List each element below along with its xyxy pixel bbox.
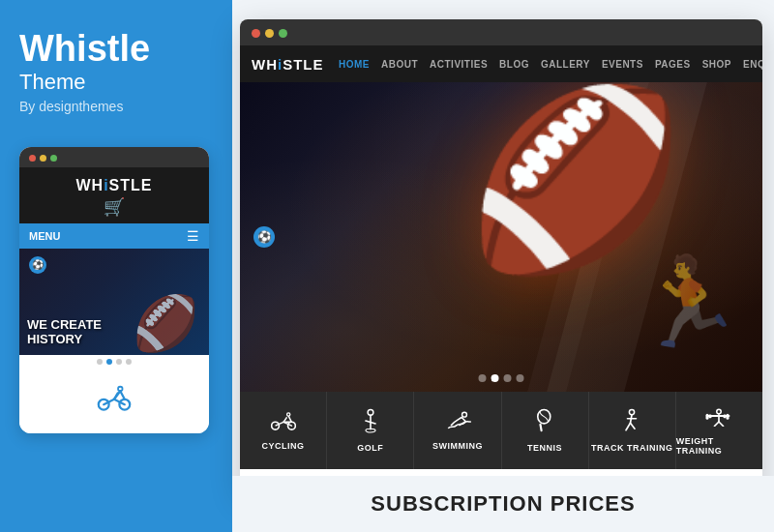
sport-weight[interactable]: WEIGHT TRAINING bbox=[676, 392, 762, 469]
swimming-label: SWIMMING bbox=[432, 441, 483, 451]
nav-home[interactable]: HOME bbox=[339, 59, 370, 70]
nav-activities[interactable]: ACTIVITIES bbox=[430, 59, 488, 70]
svg-rect-24 bbox=[727, 414, 729, 420]
mobile-cart-icon: 🛒 bbox=[104, 196, 125, 218]
svg-point-17 bbox=[461, 412, 466, 417]
mobile-dot-yellow bbox=[40, 155, 46, 162]
mobile-slide-dots bbox=[19, 359, 209, 365]
nav-blog[interactable]: BLOG bbox=[499, 59, 529, 70]
sport-golf[interactable]: GOLF bbox=[327, 392, 414, 469]
mobile-cycling-icon bbox=[19, 369, 209, 433]
svg-point-20 bbox=[630, 409, 635, 414]
left-panel: Whistle Theme By designthemes WHiSTLE 🛒 … bbox=[0, 0, 232, 532]
theme-subtitle: Theme bbox=[19, 70, 85, 95]
browser-dot-red bbox=[252, 29, 260, 38]
svg-rect-23 bbox=[706, 414, 709, 420]
golf-label: GOLF bbox=[357, 443, 383, 453]
hero-player-main: 🏈 bbox=[467, 92, 685, 266]
sports-categories-bar: CYCLING GOLF SWIMMING bbox=[240, 392, 762, 469]
track-training-label: TRACK TRAINING bbox=[591, 443, 673, 453]
mobile-hero-text: WE CREATEHISTORY bbox=[27, 317, 102, 347]
sport-tennis[interactable]: TENNIS bbox=[502, 392, 589, 469]
slide-dot-4 bbox=[126, 359, 132, 365]
hamburger-icon: ☰ bbox=[187, 228, 199, 244]
mobile-nav: WHiSTLE 🛒 bbox=[19, 167, 209, 223]
mobile-hero: ⚽ 🏈 WE CREATEHISTORY bbox=[19, 249, 209, 355]
cycling-label: CYCLING bbox=[262, 441, 305, 451]
swimming-icon bbox=[444, 410, 471, 437]
svg-point-8 bbox=[271, 422, 279, 429]
nav-about[interactable]: ABOUT bbox=[381, 59, 418, 70]
hero-slide-dots bbox=[479, 374, 524, 382]
browser-window-dots bbox=[252, 29, 287, 38]
mobile-hero-player: 🏈 bbox=[133, 292, 199, 355]
mobile-sport-ball-icon: ⚽ bbox=[29, 256, 46, 274]
nav-pages[interactable]: PAGES bbox=[655, 59, 691, 70]
hero-dot-1 bbox=[479, 374, 487, 382]
browser-mockup: WHiSTLE HOME ABOUT ACTIVITIES BLOG GALLE… bbox=[240, 19, 762, 493]
browser-chrome-bar bbox=[240, 19, 762, 45]
weight-training-label: WEIGHT TRAINING bbox=[676, 436, 762, 456]
svg-point-13 bbox=[368, 409, 373, 415]
mobile-mockup: WHiSTLE 🛒 MENU ☰ ⚽ 🏈 WE CREATEHISTORY bbox=[19, 147, 209, 433]
mobile-top-bar bbox=[19, 147, 209, 167]
theme-author: By designthemes bbox=[19, 99, 123, 114]
cycling-icon bbox=[271, 410, 296, 437]
svg-rect-19 bbox=[539, 424, 543, 432]
subscription-title: SUBSCRIPTION PRICES bbox=[371, 491, 635, 517]
hero-ball-indicator: ⚽ bbox=[253, 226, 275, 248]
nav-shop[interactable]: SHOP bbox=[702, 59, 731, 70]
mobile-logo: WHiSTLE bbox=[19, 177, 209, 194]
hero-dot-2 bbox=[491, 374, 499, 382]
theme-title: Whistle bbox=[19, 29, 150, 70]
svg-rect-25 bbox=[709, 415, 712, 419]
svg-line-3 bbox=[120, 391, 125, 399]
svg-point-10 bbox=[286, 413, 289, 416]
mobile-dot-red bbox=[29, 155, 36, 162]
browser-navbar: WHiSTLE HOME ABOUT ACTIVITIES BLOG GALLE… bbox=[240, 45, 762, 82]
mobile-dot-green bbox=[50, 155, 57, 162]
hero-dot-3 bbox=[504, 374, 512, 382]
slide-dot-2 bbox=[106, 359, 112, 365]
browser-dot-green bbox=[279, 29, 287, 38]
mobile-menu-bar[interactable]: MENU ☰ bbox=[19, 223, 209, 249]
sport-swimming[interactable]: SWIMMING bbox=[414, 392, 501, 469]
slide-dot-3 bbox=[116, 359, 122, 365]
sport-cycling[interactable]: CYCLING bbox=[240, 392, 327, 469]
browser-dot-yellow bbox=[265, 29, 274, 38]
hero-dot-4 bbox=[517, 374, 524, 382]
golf-icon bbox=[360, 408, 381, 439]
tennis-label: TENNIS bbox=[527, 443, 562, 453]
weight-training-icon bbox=[704, 405, 733, 432]
mobile-window-dots bbox=[29, 155, 57, 162]
hero-area: 🏈 🏃 ⚽ bbox=[240, 82, 762, 392]
svg-line-7 bbox=[114, 393, 118, 399]
mobile-menu-label: MENU bbox=[29, 230, 60, 242]
nav-gallery[interactable]: GALLERY bbox=[541, 59, 590, 70]
nav-events[interactable]: EVENTS bbox=[602, 59, 643, 70]
page-bottom: SUBSCRIPTION PRICES bbox=[232, 476, 774, 532]
mobile-logo-accent: i bbox=[104, 177, 108, 193]
sport-track[interactable]: TRACK TRAINING bbox=[589, 392, 676, 469]
slide-dot-1 bbox=[97, 359, 103, 365]
browser-logo-accent: i bbox=[278, 56, 283, 73]
browser-logo: WHiSTLE bbox=[252, 56, 319, 73]
browser-nav-items[interactable]: HOME ABOUT ACTIVITIES BLOG GALLERY EVENT… bbox=[339, 59, 762, 70]
svg-point-16 bbox=[366, 429, 375, 432]
svg-point-21 bbox=[717, 409, 722, 414]
tennis-icon bbox=[534, 408, 555, 439]
track-training-icon bbox=[620, 408, 643, 439]
svg-rect-26 bbox=[724, 415, 727, 419]
nav-enquiry[interactable]: ENQUIRY bbox=[743, 59, 762, 70]
